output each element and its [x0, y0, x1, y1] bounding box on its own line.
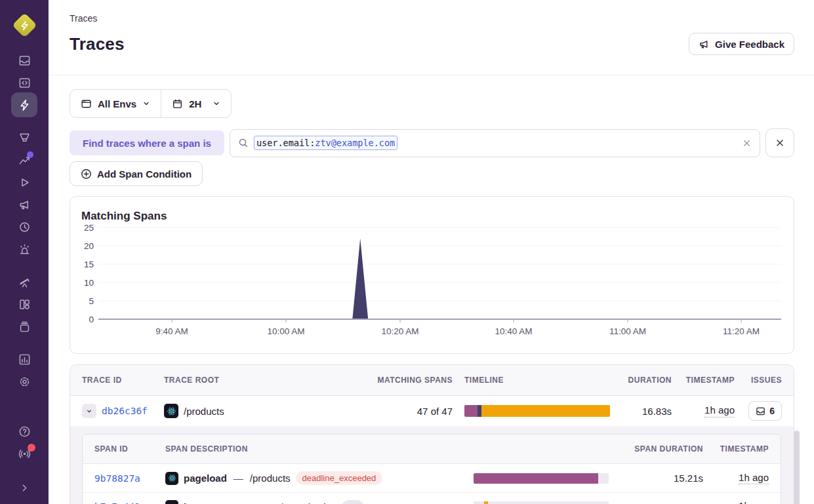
question-icon: [18, 425, 31, 438]
clock-icon: [18, 221, 31, 233]
page-title: Traces: [70, 34, 125, 54]
notification-dot-red: [28, 444, 35, 452]
col-trace-root: TRACE ROOT: [164, 376, 361, 385]
give-feedback-label: Give Feedback: [715, 39, 784, 50]
sidebar-item-issues[interactable]: [11, 49, 37, 71]
token-value: ztv@example.com: [315, 138, 395, 148]
col-duration: DURATION: [611, 376, 672, 385]
svg-text:10:20 AM: 10:20 AM: [381, 326, 418, 336]
sidebar-item-traces[interactable]: [11, 92, 37, 117]
trace-duration: 16.83s: [611, 406, 672, 417]
logo-diamond-icon: [12, 12, 37, 37]
sidebar-item-alerts[interactable]: [11, 238, 37, 260]
spans-table: SPAN ID SPAN DESCRIPTION SPAN DURATION T…: [82, 434, 781, 504]
add-span-condition-label: Add Span Condition: [97, 168, 192, 180]
collapse-trace-button[interactable]: [82, 404, 96, 418]
sidebar-item-history[interactable]: [11, 216, 37, 238]
sidebar-item-discover[interactable]: [11, 271, 37, 293]
trace-id-link[interactable]: db26c36f: [102, 406, 148, 416]
sidebar-item-replays[interactable]: [11, 171, 37, 193]
telescope-icon: [18, 276, 31, 288]
date-range-label: 2H: [189, 98, 201, 109]
span-description: /products: [250, 473, 291, 484]
chevron-right-icon: [19, 482, 30, 494]
content: All Envs 2H Find traces where a span is …: [49, 75, 814, 504]
code-explore-icon: [18, 77, 31, 89]
sidebar-item-projects[interactable]: [11, 315, 37, 338]
chart-title: Matching Spans: [81, 210, 783, 223]
separator: —: [234, 473, 243, 484]
add-span-condition-button[interactable]: Add Span Condition: [70, 161, 203, 186]
col-span-duration: SPAN DURATION: [611, 444, 703, 454]
siren-icon: [18, 243, 31, 256]
span-duration: 2.00ms: [611, 501, 703, 504]
breadcrumb[interactable]: Traces: [70, 13, 794, 24]
sidebar-item-help[interactable]: [11, 420, 37, 442]
sidebar-item-stats[interactable]: [11, 348, 37, 370]
megaphone-icon: [18, 199, 31, 211]
bar-chart-icon: [18, 353, 31, 366]
sidebar: [0, 0, 49, 504]
react-platform-icon: [164, 404, 178, 418]
col-span-timestamp: TIMESTAMP: [703, 444, 769, 454]
date-range-filter[interactable]: 2H: [161, 90, 231, 117]
sidebar-item-components[interactable]: [11, 293, 37, 315]
sidebar-item-insights[interactable]: [11, 149, 37, 171]
trace-root-name: /products: [184, 406, 224, 417]
calendar-icon: [172, 98, 183, 109]
sidebar-item-feedback[interactable]: [11, 193, 37, 216]
page-filter-bar: All Envs 2H: [70, 89, 232, 118]
token-key: user.email:: [256, 138, 315, 148]
sidebar-item-projector[interactable]: [11, 126, 37, 149]
svg-text:9:40 AM: 9:40 AM: [155, 326, 188, 336]
spans-scrollbar[interactable]: [794, 431, 800, 504]
storage-box-icon: [18, 320, 31, 333]
expanded-spans-section: SPAN ID SPAN DESCRIPTION SPAN DURATION T…: [70, 426, 794, 504]
traces-table-header: TRACE ID TRACE ROOT MATCHING SPANS TIMEL…: [70, 365, 794, 396]
sidebar-collapse-button[interactable]: [11, 476, 37, 499]
give-feedback-button[interactable]: Give Feedback: [689, 33, 794, 55]
main-area: Traces Traces Give Feedback All Envs 2H: [49, 0, 814, 504]
play-icon: [18, 176, 31, 189]
lightning-icon: [18, 99, 31, 111]
matching-spans-chart-card: Matching Spans 05101520259:40 AM10:00 AM…: [70, 196, 794, 354]
trace-row: db26c36f /products 47 of 47 16.83s 1h ag…: [70, 396, 794, 426]
separator: —: [241, 501, 251, 504]
remove-condition-button[interactable]: [765, 128, 794, 157]
col-issues: ISSUES: [735, 376, 782, 385]
trace-issues-button[interactable]: 6: [748, 401, 782, 421]
span-condition-row: Find traces where a span is user.email:z…: [70, 128, 794, 157]
clear-search-icon[interactable]: [742, 138, 752, 148]
svg-text:15: 15: [84, 260, 94, 269]
span-id-link[interactable]: 9b78827a: [94, 473, 140, 484]
page-header: Traces Traces Give Feedback: [49, 0, 814, 75]
megaphone-icon: [699, 39, 710, 50]
issues-count: 6: [769, 406, 775, 416]
sidebar-nav: [11, 49, 37, 393]
svg-text:10: 10: [84, 278, 94, 288]
matching-spans-chart: 05101520259:40 AM10:00 AM10:20 AM10:40 A…: [81, 223, 783, 342]
plus-circle-icon: [81, 168, 92, 180]
chevron-down-icon: [213, 100, 220, 107]
span-status-badge: ok: [342, 500, 364, 504]
col-timestamp: TIMESTAMP: [672, 376, 735, 385]
span-timestamp: 1h ago: [739, 500, 769, 504]
sidebar-item-explore[interactable]: [11, 71, 37, 94]
sidebar-bottom: [11, 420, 37, 504]
svg-text:11:20 AM: 11:20 AM: [723, 326, 760, 336]
span-search-input[interactable]: user.email:ztv@example.com: [230, 129, 760, 157]
span-id-link[interactable]: b7a7e441: [94, 501, 140, 504]
sidebar-item-settings[interactable]: [11, 370, 37, 393]
span-duration-bar: [474, 473, 609, 484]
projector-icon: [18, 132, 31, 144]
chevron-down-icon: [86, 407, 92, 416]
trace-timeline-bar: [464, 405, 610, 417]
span-status-badge: deadline_exceeded: [296, 471, 383, 485]
sidebar-item-whats-new[interactable]: [11, 442, 37, 465]
col-matching-spans: MATCHING SPANS: [361, 376, 453, 385]
span-op: http.server: [184, 501, 235, 504]
environment-filter[interactable]: All Envs: [70, 90, 161, 117]
app-logo[interactable]: [12, 12, 37, 37]
span-description: GET /organization: [258, 501, 337, 504]
search-token[interactable]: user.email:ztv@example.com: [254, 136, 397, 150]
